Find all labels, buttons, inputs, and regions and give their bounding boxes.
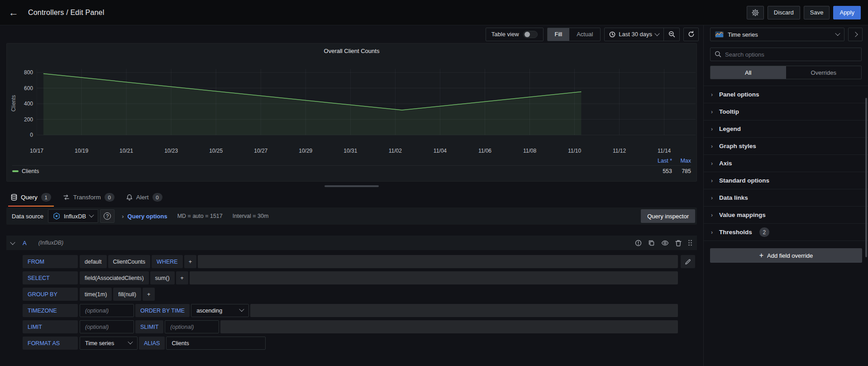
query-segment[interactable]: LIMIT — [23, 320, 78, 333]
tab-label: Alert — [136, 194, 149, 201]
refresh-icon — [688, 31, 695, 38]
section-legend[interactable]: ›Legend — [704, 120, 868, 137]
visualization-picker[interactable]: Time series — [710, 28, 844, 41]
query-segment[interactable]: Clients — [166, 337, 266, 350]
collapse-chevron-icon[interactable] — [10, 240, 15, 245]
query-segment[interactable]: FORMAT AS — [23, 337, 78, 350]
section-label: Panel options — [719, 91, 759, 98]
query-segment[interactable]: (optional) — [165, 320, 219, 333]
filter-overrides-option[interactable]: Overrides — [786, 66, 862, 79]
save-button[interactable]: Save — [804, 6, 830, 19]
legend-calc-last[interactable]: Last * — [649, 158, 672, 164]
y-tick-label: 600 — [24, 85, 33, 92]
section-label: Data links — [719, 194, 748, 201]
datasource-picker[interactable]: InfluxDB — [48, 209, 98, 223]
query-segment[interactable]: ascending — [191, 304, 249, 317]
refresh-button[interactable] — [683, 28, 699, 41]
panel-settings-button[interactable] — [747, 6, 764, 19]
panel-legend: Last * Max Clients 553 785 — [12, 158, 691, 174]
table-view-toggle-group: Table view — [486, 28, 544, 41]
actual-option[interactable]: Actual — [569, 28, 600, 41]
legend-max-value: 785 — [672, 168, 691, 174]
plot-area[interactable]: 10/1710/1910/2110/2310/2510/2710/2910/31… — [37, 61, 696, 157]
query-segment[interactable]: (optional) — [80, 320, 134, 333]
chevron-right-icon: › — [711, 160, 713, 167]
query-segment[interactable]: field(AssociatedClients) — [80, 271, 149, 284]
query-segment[interactable]: Time series — [80, 337, 138, 350]
query-row-filler — [220, 320, 678, 333]
x-tick-label: 11/10 — [568, 148, 581, 154]
toggle-options-pane-button[interactable] — [848, 28, 863, 41]
query-segment[interactable]: time(1m) — [80, 288, 112, 301]
toggle-visibility-button[interactable] — [661, 240, 669, 246]
tab-alert[interactable]: Alert0 — [122, 188, 167, 207]
chevron-right-icon: › — [711, 109, 713, 115]
delete-query-button[interactable] — [675, 240, 682, 246]
query-options-toggle[interactable]: › Query options — [122, 213, 167, 220]
chevron-right-icon: › — [122, 213, 124, 220]
query-segment[interactable]: GROUP BY — [23, 288, 78, 301]
filter-all-option[interactable]: All — [711, 66, 786, 79]
query-segment[interactable]: TIMEZONE — [23, 304, 78, 317]
toggle-text-edit-button[interactable] — [681, 255, 695, 268]
query-segment[interactable]: SLIMIT — [135, 320, 163, 333]
options-search-input[interactable] — [710, 48, 862, 61]
formatas-row: FORMAT ASTime seriesALIASClients — [23, 337, 697, 350]
x-tick-label: 11/08 — [523, 148, 536, 154]
series-color-swatch[interactable] — [12, 170, 19, 172]
section-tooltip[interactable]: ›Tooltip — [704, 103, 868, 120]
query-help-button[interactable] — [635, 240, 642, 246]
datasource-help-button[interactable]: ? — [100, 209, 114, 223]
section-label: Tooltip — [719, 108, 739, 115]
query-segment[interactable]: SELECT — [23, 271, 78, 284]
discard-button[interactable]: Discard — [768, 6, 800, 19]
x-tick-label: 10/27 — [254, 148, 267, 154]
query-segment[interactable]: (optional) — [80, 304, 134, 317]
zoom-out-time-button[interactable] — [664, 28, 679, 41]
fill-option[interactable]: Fill — [548, 28, 570, 41]
tab-transform[interactable]: Transform0 — [58, 188, 119, 207]
apply-button[interactable]: Apply — [833, 6, 861, 19]
chevron-right-icon: › — [711, 143, 713, 149]
section-label: Legend — [719, 125, 741, 132]
time-range-label: Last 30 days — [619, 31, 652, 38]
legend-calc-max[interactable]: Max — [672, 158, 691, 164]
query-segment[interactable]: + — [184, 255, 196, 268]
add-field-override-button[interactable]: + Add field override — [710, 248, 862, 263]
tab-query[interactable]: Query1 — [6, 188, 56, 207]
section-value-mappings[interactable]: ›Value mappings — [704, 206, 868, 223]
x-tick-label: 10/31 — [343, 148, 357, 154]
chevron-right-icon: › — [711, 229, 713, 236]
section-count-badge: 2 — [759, 227, 769, 237]
query-ref-id[interactable]: A — [23, 240, 27, 246]
query-segment[interactable]: + — [176, 271, 188, 284]
query-segment[interactable]: WHERE — [152, 255, 183, 268]
x-tick-label: 11/04 — [434, 148, 447, 154]
chevron-right-icon: › — [711, 212, 713, 218]
query-segment[interactable]: ORDER BY TIME — [135, 304, 190, 317]
query-segment[interactable]: ALIAS — [139, 337, 165, 350]
query-segment[interactable]: sum() — [150, 271, 175, 284]
query-inspector-button[interactable]: Query inspector — [641, 209, 695, 223]
section-standard-options[interactable]: ›Standard options — [704, 172, 868, 189]
sidebar-scrollbar[interactable] — [865, 98, 867, 257]
query-segment[interactable]: fill(null) — [113, 288, 141, 301]
resize-drag-handle[interactable] — [324, 185, 379, 187]
back-arrow-icon[interactable]: ← — [6, 5, 21, 20]
table-view-switch[interactable] — [523, 31, 538, 38]
drag-handle-icon[interactable] — [688, 239, 692, 246]
query-segment[interactable]: + — [143, 288, 155, 301]
time-range-button[interactable]: Last 30 days — [605, 28, 663, 41]
gear-icon — [752, 9, 759, 16]
query-segment[interactable]: FROM — [23, 255, 78, 268]
section-panel-options[interactable]: ›Panel options — [704, 86, 868, 103]
section-data-links[interactable]: ›Data links — [704, 189, 868, 206]
section-axis[interactable]: ›Axis — [704, 154, 868, 172]
section-graph-styles[interactable]: ›Graph styles — [704, 137, 868, 154]
query-segment[interactable]: ClientCounts — [108, 255, 151, 268]
duplicate-query-button[interactable] — [648, 240, 655, 246]
query-segment[interactable]: default — [80, 255, 107, 268]
chart-canvas — [37, 61, 696, 146]
legend-series-name[interactable]: Clients — [22, 168, 39, 174]
section-thresholds[interactable]: ›Thresholds2 — [704, 223, 868, 241]
